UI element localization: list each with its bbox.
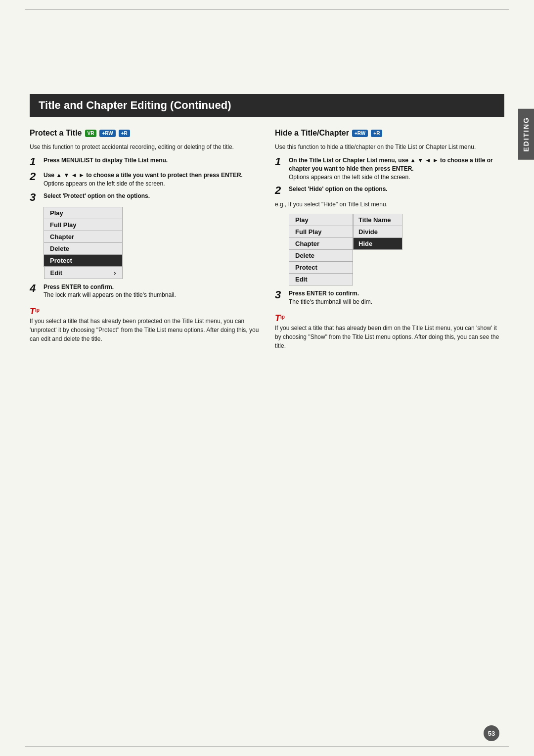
r-sub-row-titlename: Title Name — [354, 214, 402, 226]
right-step-1-subtext: Options appears on the left side of the … — [289, 174, 410, 181]
r-menu-item-fullplay: Full Play — [289, 226, 353, 238]
menu-row-fullplay: Full Play — [44, 219, 123, 231]
left-step-3: 3 Select 'Protect' option on the options… — [30, 192, 259, 203]
right-step-num-3: 3 — [275, 289, 286, 300]
menu-row-play: Play — [44, 207, 123, 219]
r-menu-row-protect: Protect — [289, 262, 353, 274]
step-2-subtext: Options appears on the left side of the … — [44, 180, 165, 187]
step-num-2: 2 — [30, 171, 41, 182]
right-step-3: 3 Press ENTER to confirm. The title's th… — [275, 289, 504, 306]
r-sub-item-titlename: Title Name — [354, 214, 402, 226]
r-menu-row-edit: Edit — [289, 274, 353, 285]
right-step-2: 2 Select 'Hide' option on the options. — [275, 185, 504, 196]
right-tip: Tip If you select a title that has alrea… — [275, 313, 504, 350]
left-step-4: 4 Press ENTER to confirm. The lock mark … — [30, 283, 259, 300]
left-step-1: 1 Press MENU/LIST to display Title List … — [30, 156, 259, 167]
right-intro-text: Use this function to hide a title/chapte… — [275, 142, 504, 151]
menu-row-protect: Protect — [44, 254, 123, 266]
menu-row-delete: Delete — [44, 242, 123, 254]
step-4-subtext: The lock mark will appears on the title'… — [44, 291, 176, 298]
step-num-4: 4 — [30, 283, 41, 294]
r-menu-row-fullplay: Full Play — [289, 226, 353, 238]
menu-item-edit-label: Edit — [50, 269, 63, 277]
r-menu-item-protect: Protect — [289, 262, 353, 274]
r-sub-item-hide: Hide — [354, 238, 402, 250]
left-section-heading: Protect a Title VR +RW +R — [30, 129, 259, 138]
r-menu-item-play: Play — [289, 214, 353, 226]
right-step-num-2: 2 — [275, 185, 286, 196]
hline-top — [25, 9, 509, 9]
editing-tab: EDITING — [518, 109, 534, 160]
page-title: Title and Chapter Editing (Continued) — [30, 94, 504, 117]
step-4-text: Press ENTER to confirm. — [44, 284, 114, 290]
corner-mark-tr — [30, 35, 504, 49]
menu-row-edit: Edit › — [44, 266, 123, 279]
menu-arrow-icon: › — [114, 269, 116, 277]
r-sub-row-hide: Hide — [354, 238, 402, 250]
r-menu-item-edit: Edit — [289, 274, 353, 285]
r-menu-row-play: Play — [289, 214, 353, 226]
r-menu-row-chapter: Chapter — [289, 238, 353, 250]
menu-item-protect: Protect — [44, 254, 123, 266]
badge-r-1: +R — [119, 130, 130, 137]
two-column-layout: Protect a Title VR +RW +R Use this funct… — [30, 129, 504, 350]
left-tip: Tip If you select a title that has alrea… — [30, 306, 259, 343]
right-column: Hide a Title/Chapter +RW +R Use this fun… — [275, 129, 504, 350]
right-menu-table: Play Full Play Chapter Delete Protect — [289, 214, 353, 285]
step-3-text: Select 'Protect' option on the options. — [44, 192, 150, 200]
page: EDITING Title and Chapter Editing (Conti… — [0, 0, 534, 756]
right-step-1: 1 On the Title List or Chapter List menu… — [275, 156, 504, 181]
right-menu-area: Play Full Play Chapter Delete Protect — [289, 214, 504, 285]
menu-item-delete: Delete — [44, 242, 123, 254]
example-text: e.g., If you select "Hide" on Title List… — [275, 200, 504, 209]
left-tip-label: T — [30, 306, 35, 316]
r-sub-item-divide: Divide — [354, 226, 402, 238]
badge-rw-2: +RW — [352, 130, 368, 137]
step-num-1: 1 — [30, 156, 41, 167]
left-tip-text: If you select a title that has already b… — [30, 317, 259, 343]
hline-bottom — [25, 747, 509, 747]
r-menu-item-chapter: Chapter — [289, 238, 353, 250]
menu-row-chapter: Chapter — [44, 231, 123, 242]
right-step-num-1: 1 — [275, 156, 286, 167]
badge-rw-1: +RW — [99, 130, 115, 137]
badge-vr: VR — [85, 130, 97, 137]
right-step-1-text: On the Title List or Chapter List menu, … — [289, 157, 493, 172]
right-tip-text: If you select a title that has already b… — [275, 324, 504, 350]
right-section-heading: Hide a Title/Chapter +RW +R — [275, 129, 504, 138]
left-intro-text: Use this function to protect accidental … — [30, 142, 259, 151]
protect-title-label: Protect a Title — [30, 129, 82, 138]
menu-item-edit: Edit › — [44, 267, 123, 279]
r-sub-row-divide: Divide — [354, 226, 402, 238]
left-column: Protect a Title VR +RW +R Use this funct… — [30, 129, 259, 350]
left-step-2: 2 Use ▲ ▼ ◄ ► to choose a title you want… — [30, 171, 259, 188]
badge-r-2: +R — [371, 130, 382, 137]
right-tip-label: T — [275, 313, 280, 323]
step-2-text: Use ▲ ▼ ◄ ► to choose a title you want t… — [44, 172, 243, 179]
hide-title-label: Hide a Title/Chapter — [275, 129, 349, 138]
menu-item-chapter: Chapter — [44, 231, 123, 242]
left-menu-table: Play Full Play Chapter Delete Protect Ed… — [44, 207, 123, 279]
right-step-2-text: Select 'Hide' option on the options. — [289, 185, 388, 193]
step-1-text: Press MENU/LIST to display Title List me… — [44, 156, 168, 165]
corner-mark-bl — [30, 49, 504, 64]
r-menu-item-delete: Delete — [289, 250, 353, 262]
page-number: 53 — [484, 725, 499, 741]
corner-mark-tl — [30, 20, 504, 35]
step-num-3: 3 — [30, 192, 41, 203]
right-step-3-text: Press ENTER to confirm. — [289, 290, 359, 297]
corner-mark-br — [30, 64, 504, 79]
right-submenu-table: Title Name Divide Hide — [353, 214, 402, 250]
right-step-3-subtext: The title's thumbnail will be dim. — [289, 298, 372, 305]
menu-item-fullplay: Full Play — [44, 219, 123, 231]
r-menu-row-delete: Delete — [289, 250, 353, 262]
menu-item-play: Play — [44, 207, 123, 219]
